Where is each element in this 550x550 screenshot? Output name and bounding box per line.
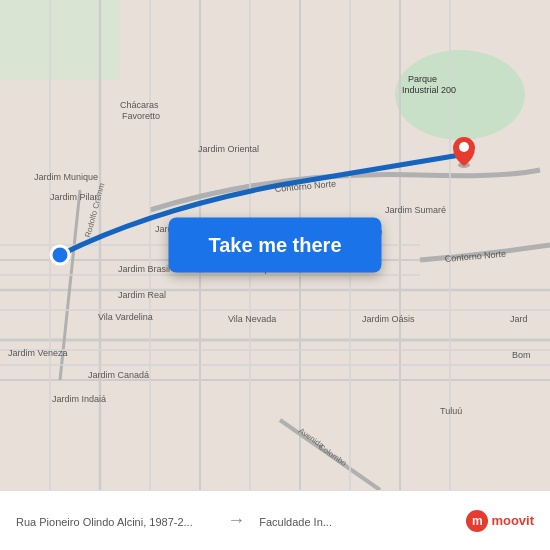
svg-text:Jardim Veneza: Jardim Veneza — [8, 348, 68, 358]
svg-text:Jard: Jard — [510, 314, 528, 324]
svg-point-49 — [51, 246, 69, 264]
svg-text:Vila Nevada: Vila Nevada — [228, 314, 276, 324]
svg-text:Tuluú: Tuluú — [440, 406, 462, 416]
route-arrow-icon: → — [221, 510, 251, 531]
moovit-wordmark: moovit — [491, 513, 534, 528]
svg-point-51 — [459, 142, 469, 152]
svg-text:Industrial 200: Industrial 200 — [402, 85, 456, 95]
svg-text:Jardim Indaiá: Jardim Indaiá — [52, 394, 106, 404]
take-me-there-button[interactable]: Take me there — [168, 218, 381, 273]
svg-text:Jardim Pilar: Jardim Pilar — [50, 192, 98, 202]
route-destination: Faculdade In... — [251, 512, 456, 530]
svg-text:Favoretto: Favoretto — [122, 111, 160, 121]
bottom-bar: Rua Pioneiro Olindo Alcini, 1987-2... → … — [0, 490, 550, 550]
svg-text:Jardim Canadá: Jardim Canadá — [88, 370, 149, 380]
svg-text:Chácaras: Chácaras — [120, 100, 159, 110]
route-origin: Rua Pioneiro Olindo Alcini, 1987-2... — [16, 512, 221, 530]
svg-point-1 — [395, 50, 525, 140]
svg-text:Jardim Munique: Jardim Munique — [34, 172, 98, 182]
svg-text:Jardim Oriental: Jardim Oriental — [198, 144, 259, 154]
destination-text: Faculdade In... — [259, 516, 332, 528]
moovit-circle-icon: m — [466, 510, 488, 532]
svg-text:Bom: Bom — [512, 350, 531, 360]
svg-text:Jardim Real: Jardim Real — [118, 290, 166, 300]
svg-text:Parque: Parque — [408, 74, 437, 84]
svg-text:Jardim Sumaré: Jardim Sumaré — [385, 205, 446, 215]
svg-text:Vila Vardelina: Vila Vardelina — [98, 312, 153, 322]
svg-text:Jardim Oásis: Jardim Oásis — [362, 314, 415, 324]
origin-text: Rua Pioneiro Olindo Alcini, 1987-2... — [16, 516, 193, 528]
svg-text:Jardim Brasil: Jardim Brasil — [118, 264, 170, 274]
svg-rect-2 — [0, 0, 120, 80]
map: Parque Industrial 200 Chácaras Favoretto… — [0, 0, 550, 490]
moovit-logo: m moovit — [466, 510, 534, 532]
